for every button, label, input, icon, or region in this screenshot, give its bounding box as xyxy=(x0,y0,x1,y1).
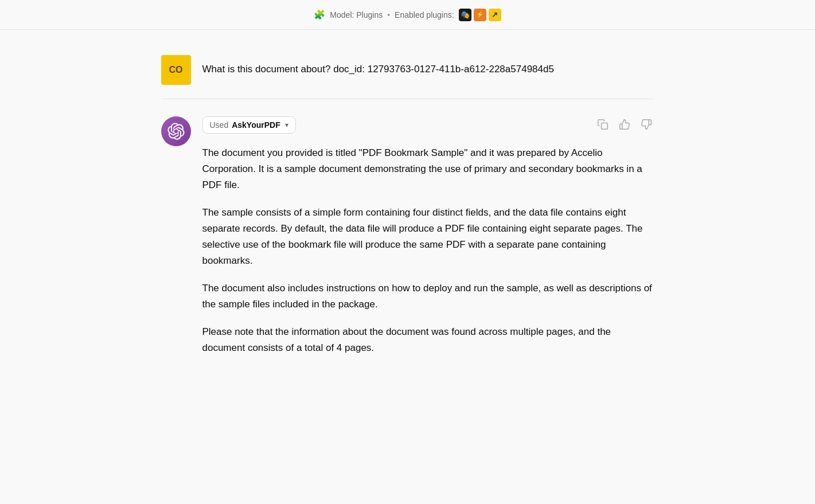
user-message-text: What is this document about? doc_id: 127… xyxy=(202,55,554,77)
plugin-icon-3[interactable]: ↗ xyxy=(489,9,501,21)
used-label: Used xyxy=(210,120,229,130)
plugin-name: AskYourPDF xyxy=(232,120,280,130)
assistant-message: Used AskYourPDF ▾ The document you provi… xyxy=(161,99,654,374)
user-message: CO What is this document about? doc_id: … xyxy=(161,41,654,99)
paragraph-2: The sample consists of a simple form con… xyxy=(202,205,654,269)
avatar-initials: CO xyxy=(169,65,183,75)
enabled-plugins-label: Enabled plugins: xyxy=(395,10,454,19)
chatgpt-logo-icon xyxy=(167,123,185,140)
paragraph-3: The document also includes instructions … xyxy=(202,280,654,312)
chevron-down-icon: ▾ xyxy=(285,121,288,129)
copy-button[interactable] xyxy=(595,116,611,132)
model-info: 🧩 Model: Plugins • Enabled plugins: 🎭 ⚡ … xyxy=(314,9,501,21)
separator: • xyxy=(387,10,390,19)
paragraph-4: Please note that the information about t… xyxy=(202,324,654,356)
assistant-avatar xyxy=(161,116,191,146)
plugin-icon-1[interactable]: 🎭 xyxy=(459,9,471,21)
response-text: The document you provided is titled "PDF… xyxy=(202,145,654,357)
model-label: Model: Plugins xyxy=(330,10,383,19)
plugin-icons-container: 🎭 ⚡ ↗ xyxy=(459,9,501,21)
thumbs-down-button[interactable] xyxy=(638,116,654,132)
user-avatar: CO xyxy=(161,55,191,85)
action-buttons xyxy=(595,116,654,132)
svg-rect-0 xyxy=(601,123,607,130)
assistant-body: Used AskYourPDF ▾ The document you provi… xyxy=(202,116,654,357)
plugin-badge[interactable]: Used AskYourPDF ▾ xyxy=(202,116,296,134)
thumbs-up-button[interactable] xyxy=(617,116,633,132)
main-content: CO What is this document about? doc_id: … xyxy=(161,30,654,385)
puzzle-icon: 🧩 xyxy=(314,9,325,20)
paragraph-1: The document you provided is titled "PDF… xyxy=(202,145,654,193)
top-bar: 🧩 Model: Plugins • Enabled plugins: 🎭 ⚡ … xyxy=(0,0,815,30)
plugin-icon-2[interactable]: ⚡ xyxy=(474,9,486,21)
